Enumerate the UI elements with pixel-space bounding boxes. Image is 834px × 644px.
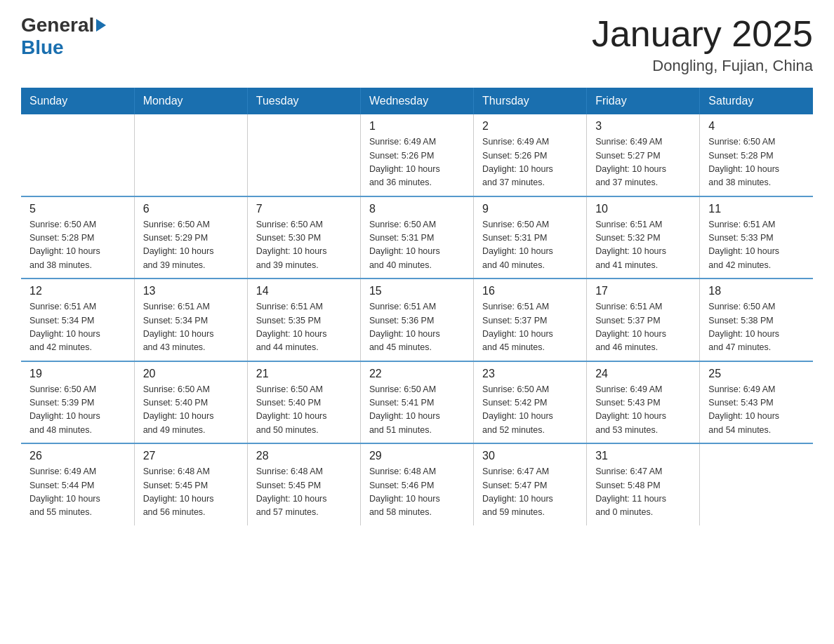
day-number: 28 bbox=[256, 450, 352, 462]
header-day-wednesday: Wednesday bbox=[360, 88, 473, 114]
calendar-cell: 10Sunrise: 6:51 AMSunset: 5:32 PMDayligh… bbox=[587, 196, 700, 279]
day-number: 27 bbox=[143, 450, 239, 462]
calendar-cell: 21Sunrise: 6:50 AMSunset: 5:40 PMDayligh… bbox=[247, 361, 360, 444]
day-number: 9 bbox=[482, 203, 578, 215]
calendar-cell: 28Sunrise: 6:48 AMSunset: 5:45 PMDayligh… bbox=[247, 443, 360, 525]
day-number: 7 bbox=[256, 203, 352, 215]
day-info: Sunrise: 6:49 AMSunset: 5:43 PMDaylight:… bbox=[708, 383, 805, 438]
day-number: 15 bbox=[369, 285, 465, 297]
title-block: January 2025 Dongling, Fujian, China bbox=[592, 14, 813, 75]
day-info: Sunrise: 6:50 AMSunset: 5:38 PMDaylight:… bbox=[708, 300, 805, 355]
day-info: Sunrise: 6:50 AMSunset: 5:39 PMDaylight:… bbox=[29, 383, 126, 438]
calendar-cell: 31Sunrise: 6:47 AMSunset: 5:48 PMDayligh… bbox=[587, 443, 700, 525]
day-number: 19 bbox=[29, 368, 126, 380]
day-number: 11 bbox=[708, 203, 805, 215]
calendar-table: SundayMondayTuesdayWednesdayThursdayFrid… bbox=[21, 88, 813, 525]
day-info: Sunrise: 6:51 AMSunset: 5:36 PMDaylight:… bbox=[369, 300, 465, 355]
calendar-cell: 15Sunrise: 6:51 AMSunset: 5:36 PMDayligh… bbox=[360, 279, 473, 361]
calendar-cell: 12Sunrise: 6:51 AMSunset: 5:34 PMDayligh… bbox=[21, 279, 134, 361]
day-info: Sunrise: 6:48 AMSunset: 5:45 PMDaylight:… bbox=[143, 465, 239, 520]
day-info: Sunrise: 6:50 AMSunset: 5:30 PMDaylight:… bbox=[256, 218, 352, 273]
logo: General Blue bbox=[21, 14, 106, 59]
day-number: 22 bbox=[369, 368, 465, 380]
calendar-cell: 25Sunrise: 6:49 AMSunset: 5:43 PMDayligh… bbox=[700, 361, 813, 444]
calendar-cell: 6Sunrise: 6:50 AMSunset: 5:29 PMDaylight… bbox=[134, 196, 247, 279]
day-info: Sunrise: 6:51 AMSunset: 5:35 PMDaylight:… bbox=[256, 300, 352, 355]
day-number: 20 bbox=[143, 368, 239, 380]
day-number: 6 bbox=[143, 203, 239, 215]
day-number: 16 bbox=[482, 285, 578, 297]
header-day-tuesday: Tuesday bbox=[247, 88, 360, 114]
header-day-sunday: Sunday bbox=[21, 88, 134, 114]
day-info: Sunrise: 6:47 AMSunset: 5:47 PMDaylight:… bbox=[482, 465, 578, 520]
logo-arrow-icon bbox=[96, 19, 106, 32]
header-day-friday: Friday bbox=[587, 88, 700, 114]
day-number: 31 bbox=[595, 450, 691, 462]
calendar-cell: 26Sunrise: 6:49 AMSunset: 5:44 PMDayligh… bbox=[21, 443, 134, 525]
day-info: Sunrise: 6:51 AMSunset: 5:32 PMDaylight:… bbox=[595, 218, 691, 273]
day-info: Sunrise: 6:50 AMSunset: 5:31 PMDaylight:… bbox=[482, 218, 578, 273]
calendar-cell: 13Sunrise: 6:51 AMSunset: 5:34 PMDayligh… bbox=[134, 279, 247, 361]
header-day-monday: Monday bbox=[134, 88, 247, 114]
day-number: 21 bbox=[256, 368, 352, 380]
header-row: SundayMondayTuesdayWednesdayThursdayFrid… bbox=[21, 88, 813, 114]
day-info: Sunrise: 6:50 AMSunset: 5:41 PMDaylight:… bbox=[369, 383, 465, 438]
header-day-saturday: Saturday bbox=[700, 88, 813, 114]
day-info: Sunrise: 6:50 AMSunset: 5:31 PMDaylight:… bbox=[369, 218, 465, 273]
calendar-cell: 20Sunrise: 6:50 AMSunset: 5:40 PMDayligh… bbox=[134, 361, 247, 444]
calendar-cell: 18Sunrise: 6:50 AMSunset: 5:38 PMDayligh… bbox=[700, 279, 813, 361]
calendar-cell: 27Sunrise: 6:48 AMSunset: 5:45 PMDayligh… bbox=[134, 443, 247, 525]
calendar-header: SundayMondayTuesdayWednesdayThursdayFrid… bbox=[21, 88, 813, 114]
day-info: Sunrise: 6:49 AMSunset: 5:26 PMDaylight:… bbox=[369, 135, 465, 190]
calendar-cell: 1Sunrise: 6:49 AMSunset: 5:26 PMDaylight… bbox=[360, 114, 473, 196]
logo-line2: Blue bbox=[21, 36, 106, 59]
day-number: 13 bbox=[143, 285, 239, 297]
logo-text-container: General Blue bbox=[21, 14, 106, 59]
calendar-cell: 14Sunrise: 6:51 AMSunset: 5:35 PMDayligh… bbox=[247, 279, 360, 361]
day-number: 1 bbox=[369, 120, 465, 133]
page-header: General Blue January 2025 Dongling, Fuji… bbox=[21, 14, 813, 75]
day-info: Sunrise: 6:49 AMSunset: 5:26 PMDaylight:… bbox=[482, 135, 578, 190]
calendar-cell: 16Sunrise: 6:51 AMSunset: 5:37 PMDayligh… bbox=[474, 279, 587, 361]
calendar-cell: 9Sunrise: 6:50 AMSunset: 5:31 PMDaylight… bbox=[474, 196, 587, 279]
day-number: 5 bbox=[29, 203, 126, 215]
calendar-week-5: 26Sunrise: 6:49 AMSunset: 5:44 PMDayligh… bbox=[21, 443, 813, 525]
day-number: 24 bbox=[595, 368, 691, 380]
day-info: Sunrise: 6:50 AMSunset: 5:28 PMDaylight:… bbox=[708, 135, 805, 190]
day-number: 14 bbox=[256, 285, 352, 297]
header-day-thursday: Thursday bbox=[474, 88, 587, 114]
calendar-title: January 2025 bbox=[592, 14, 813, 54]
day-number: 4 bbox=[708, 120, 805, 133]
calendar-subtitle: Dongling, Fujian, China bbox=[592, 57, 813, 75]
calendar-cell bbox=[134, 114, 247, 196]
day-info: Sunrise: 6:51 AMSunset: 5:34 PMDaylight:… bbox=[143, 300, 239, 355]
day-number: 25 bbox=[708, 368, 805, 380]
day-number: 17 bbox=[595, 285, 691, 297]
day-info: Sunrise: 6:51 AMSunset: 5:37 PMDaylight:… bbox=[482, 300, 578, 355]
calendar-cell: 11Sunrise: 6:51 AMSunset: 5:33 PMDayligh… bbox=[700, 196, 813, 279]
calendar-cell: 2Sunrise: 6:49 AMSunset: 5:26 PMDaylight… bbox=[474, 114, 587, 196]
day-number: 23 bbox=[482, 368, 578, 380]
day-number: 26 bbox=[29, 450, 126, 462]
day-info: Sunrise: 6:49 AMSunset: 5:43 PMDaylight:… bbox=[595, 383, 691, 438]
calendar-cell: 3Sunrise: 6:49 AMSunset: 5:27 PMDaylight… bbox=[587, 114, 700, 196]
calendar-body: 1Sunrise: 6:49 AMSunset: 5:26 PMDaylight… bbox=[21, 114, 813, 525]
day-info: Sunrise: 6:49 AMSunset: 5:44 PMDaylight:… bbox=[29, 465, 126, 520]
logo-line1: General bbox=[21, 14, 106, 36]
day-number: 3 bbox=[595, 120, 691, 133]
calendar-cell: 29Sunrise: 6:48 AMSunset: 5:46 PMDayligh… bbox=[360, 443, 473, 525]
calendar-cell: 19Sunrise: 6:50 AMSunset: 5:39 PMDayligh… bbox=[21, 361, 134, 444]
calendar-cell: 8Sunrise: 6:50 AMSunset: 5:31 PMDaylight… bbox=[360, 196, 473, 279]
calendar-week-1: 1Sunrise: 6:49 AMSunset: 5:26 PMDaylight… bbox=[21, 114, 813, 196]
day-info: Sunrise: 6:50 AMSunset: 5:40 PMDaylight:… bbox=[256, 383, 352, 438]
day-number: 29 bbox=[369, 450, 465, 462]
day-info: Sunrise: 6:51 AMSunset: 5:33 PMDaylight:… bbox=[708, 218, 805, 273]
day-number: 10 bbox=[595, 203, 691, 215]
day-info: Sunrise: 6:50 AMSunset: 5:29 PMDaylight:… bbox=[143, 218, 239, 273]
calendar-cell: 7Sunrise: 6:50 AMSunset: 5:30 PMDaylight… bbox=[247, 196, 360, 279]
calendar-cell: 5Sunrise: 6:50 AMSunset: 5:28 PMDaylight… bbox=[21, 196, 134, 279]
day-number: 18 bbox=[708, 285, 805, 297]
calendar-cell: 30Sunrise: 6:47 AMSunset: 5:47 PMDayligh… bbox=[474, 443, 587, 525]
day-info: Sunrise: 6:50 AMSunset: 5:28 PMDaylight:… bbox=[29, 218, 126, 273]
day-info: Sunrise: 6:50 AMSunset: 5:42 PMDaylight:… bbox=[482, 383, 578, 438]
